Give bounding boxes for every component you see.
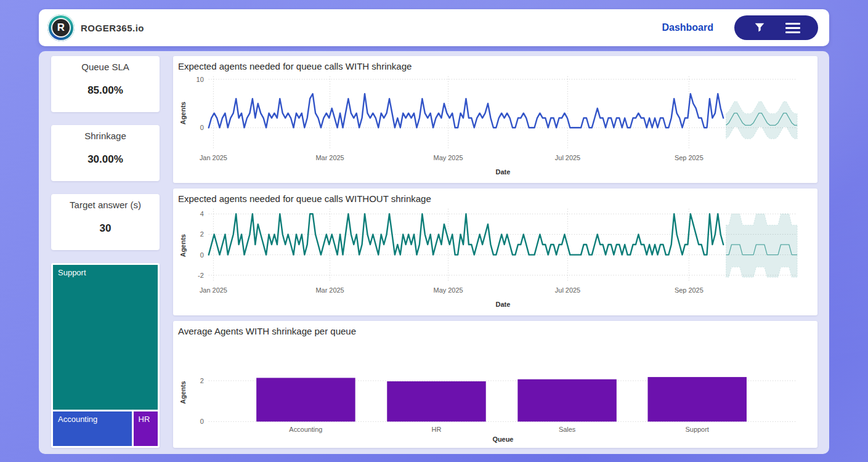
logo-letter: R [51, 18, 71, 38]
filter-button[interactable] [753, 21, 766, 34]
treemap-tile-label: Accounting [58, 415, 97, 424]
treemap-tile-label: HR [139, 415, 150, 424]
chart-title: Expected agents needed for queue calls W… [178, 193, 814, 204]
brand: R ROGER365.io [47, 14, 144, 41]
svg-text:Support: Support [686, 426, 709, 433]
chart-card-with-shrinkage: Expected agents needed for queue calls W… [173, 56, 817, 183]
svg-text:Mar 2025: Mar 2025 [315, 286, 344, 294]
svg-text:Jan 2025: Jan 2025 [200, 286, 227, 294]
kpi-value: 85.00% [51, 84, 160, 97]
svg-text:0: 0 [200, 418, 204, 425]
svg-text:Jul 2025: Jul 2025 [555, 286, 580, 294]
chart-card-average-agents: Average Agents WITH shrinkage per queue … [173, 321, 817, 448]
svg-text:Accounting: Accounting [289, 426, 322, 433]
kpi-label: Queue SLA [51, 62, 160, 72]
svg-text:0: 0 [200, 251, 204, 259]
svg-text:May 2025: May 2025 [434, 154, 463, 161]
svg-text:Sales: Sales [559, 426, 576, 433]
svg-text:Date: Date [496, 301, 511, 308]
line-chart-without-shrinkage[interactable]: Jan 2025Mar 2025May 2025Jul 2025Sep 2025… [177, 205, 814, 310]
chart-card-without-shrinkage: Expected agents needed for queue calls W… [173, 188, 817, 315]
svg-text:Jul 2025: Jul 2025 [555, 154, 580, 161]
kpi-card-shrinkage: Shrinkage 30.00% [51, 125, 160, 181]
menu-button[interactable] [785, 23, 800, 33]
svg-text:Sep 2025: Sep 2025 [675, 286, 704, 294]
svg-text:Jan 2025: Jan 2025 [200, 154, 227, 161]
toolbar-pill [734, 15, 818, 40]
svg-text:Queue: Queue [492, 436, 513, 443]
kpi-value: 30.00% [51, 153, 160, 166]
filter-icon [753, 21, 766, 34]
brand-text: ROGER365.io [81, 23, 144, 33]
chart-title: Expected agents needed for queue calls W… [178, 61, 814, 71]
treemap-bottom-row: Accounting HR [53, 411, 158, 446]
kpi-label: Target answer (s) [51, 200, 160, 210]
nav-dashboard[interactable]: Dashboard [662, 22, 713, 33]
header-right: Dashboard [662, 15, 818, 40]
svg-text:Agents: Agents [179, 381, 187, 404]
svg-text:4: 4 [200, 210, 204, 217]
kpi-value: 30 [51, 222, 160, 235]
svg-text:Mar 2025: Mar 2025 [315, 154, 344, 161]
kpi-card-queue-sla: Queue SLA 85.00% [51, 56, 160, 112]
svg-text:2: 2 [200, 230, 204, 238]
sidebar: Queue SLA 85.00% Shrinkage 30.00% Target… [51, 56, 160, 448]
header: R ROGER365.io Dashboard [39, 9, 829, 46]
svg-text:Agents: Agents [179, 102, 187, 124]
line-chart-with-shrinkage[interactable]: Jan 2025Mar 2025May 2025Jul 2025Sep 2025… [177, 73, 814, 178]
svg-text:May 2025: May 2025 [434, 286, 463, 294]
page-background: R ROGER365.io Dashboard [0, 0, 868, 462]
svg-text:Agents: Agents [179, 234, 187, 257]
svg-text:Date: Date [496, 168, 511, 176]
svg-text:2: 2 [200, 377, 204, 384]
app-shell: R ROGER365.io Dashboard [39, 9, 829, 454]
treemap-tile-label: Support [58, 268, 86, 277]
svg-text:10: 10 [197, 76, 204, 83]
dashboard-content: Queue SLA 85.00% Shrinkage 30.00% Target… [39, 51, 829, 454]
bar-chart-average-agents[interactable]: 20AccountingHRSalesSupportAgentsQueue [177, 345, 814, 443]
treemap-tile-support[interactable]: Support [53, 265, 158, 410]
treemap-tile-accounting[interactable]: Accounting [53, 411, 132, 446]
charts-column: Expected agents needed for queue calls W… [173, 56, 817, 448]
menu-icon [785, 23, 800, 33]
treemap-tile-hr[interactable]: HR [134, 411, 158, 446]
kpi-card-target-answer: Target answer (s) 30 [51, 194, 160, 250]
treemap-queue-volume: Support Accounting HR [51, 263, 160, 448]
svg-text:-2: -2 [198, 272, 204, 279]
logo-icon[interactable]: R [47, 14, 75, 41]
chart-title: Average Agents WITH shrinkage per queue [178, 326, 814, 336]
svg-text:Sep 2025: Sep 2025 [675, 154, 704, 161]
kpi-label: Shrinkage [51, 131, 160, 141]
svg-text:HR: HR [432, 426, 442, 433]
svg-text:0: 0 [200, 124, 204, 131]
